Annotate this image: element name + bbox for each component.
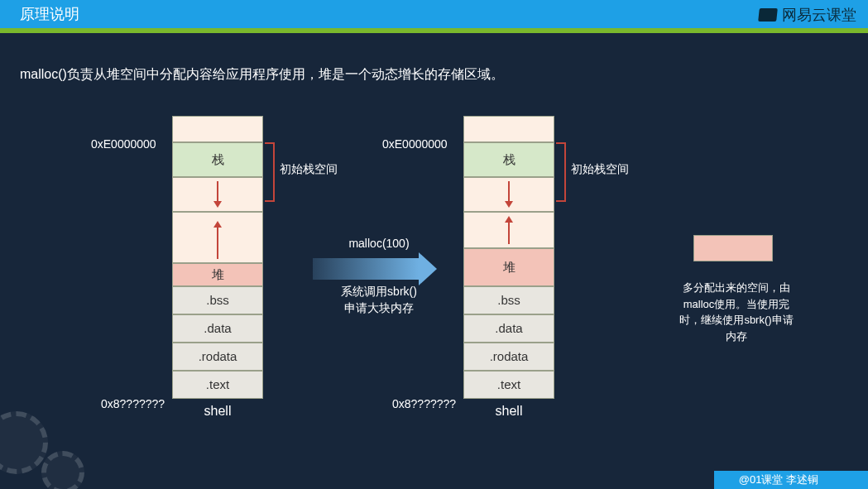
seg-gap-up xyxy=(172,212,263,263)
seg-text: .text xyxy=(463,371,554,399)
seg-bss: .bss xyxy=(463,286,554,314)
arrow-up-icon xyxy=(217,226,218,259)
arrow-down-icon xyxy=(217,181,218,203)
seg-empty-top xyxy=(172,116,263,142)
seg-stack: 栈 xyxy=(463,142,554,177)
arrow-head-icon xyxy=(419,252,437,285)
seg-gap-down xyxy=(172,177,263,212)
memory-layout-before: 栈 堆 .bss .data .rodata .text shell xyxy=(172,116,263,419)
gear-icon xyxy=(0,411,48,474)
seg-gap-down xyxy=(463,177,554,212)
arrow-down-icon xyxy=(508,181,510,203)
arrow-body xyxy=(313,258,419,280)
seg-data: .data xyxy=(172,314,263,343)
seg-heap-expanded: 堆 xyxy=(463,248,554,286)
book-icon xyxy=(758,8,778,22)
bracket-label-left: 初始栈空间 xyxy=(280,162,338,177)
memory-layout-after: 栈 堆 .bss .data .rodata .text shell xyxy=(463,116,554,419)
arrow-title: malloc(100) xyxy=(313,237,445,250)
bracket-left xyxy=(265,142,275,202)
watermark-text: 网易云课堂 xyxy=(782,5,856,25)
seg-stack: 栈 xyxy=(172,142,263,177)
accent-strip xyxy=(0,28,868,33)
seg-data: .data xyxy=(463,314,554,343)
seg-rodata: .rodata xyxy=(463,343,554,371)
shell-caption-left: shell xyxy=(172,404,263,419)
bracket-right xyxy=(556,142,566,202)
extra-heap-block xyxy=(693,235,773,261)
bracket-label-right: 初始栈空间 xyxy=(571,162,629,177)
transition-arrow-icon xyxy=(313,256,437,281)
gear-icon xyxy=(41,451,84,489)
addr-bottom-left: 0x8??????? xyxy=(101,397,165,410)
page-title: 原理说明 xyxy=(0,0,222,28)
seg-text: .text xyxy=(172,371,263,399)
extra-caption: 多分配出来的空间，由malloc使用。当使用完时，继续使用sbrk()申请内存 xyxy=(679,280,794,344)
seg-heap: 堆 xyxy=(172,263,263,286)
addr-bottom-right: 0x8??????? xyxy=(392,397,456,410)
description-text: malloc()负责从堆空间中分配内容给应用程序使用，堆是一个动态增长的存储区域… xyxy=(20,66,504,84)
seg-gap-up xyxy=(463,212,554,248)
arrow-sub1: 系统调用sbrk() xyxy=(313,285,445,300)
seg-rodata: .rodata xyxy=(172,343,263,371)
arrow-sub2: 申请大块内存 xyxy=(313,301,445,316)
addr-top-left: 0xE0000000 xyxy=(91,137,156,151)
seg-empty-top xyxy=(463,116,554,142)
seg-bss: .bss xyxy=(172,286,263,314)
watermark: 网易云课堂 xyxy=(759,5,856,25)
title-bar: 原理说明 xyxy=(0,0,868,28)
addr-top-right: 0xE0000000 xyxy=(382,137,448,151)
shell-caption-right: shell xyxy=(463,404,554,419)
footer-credit: @01课堂 李述铜 xyxy=(714,471,868,489)
arrow-up-icon xyxy=(508,221,510,244)
